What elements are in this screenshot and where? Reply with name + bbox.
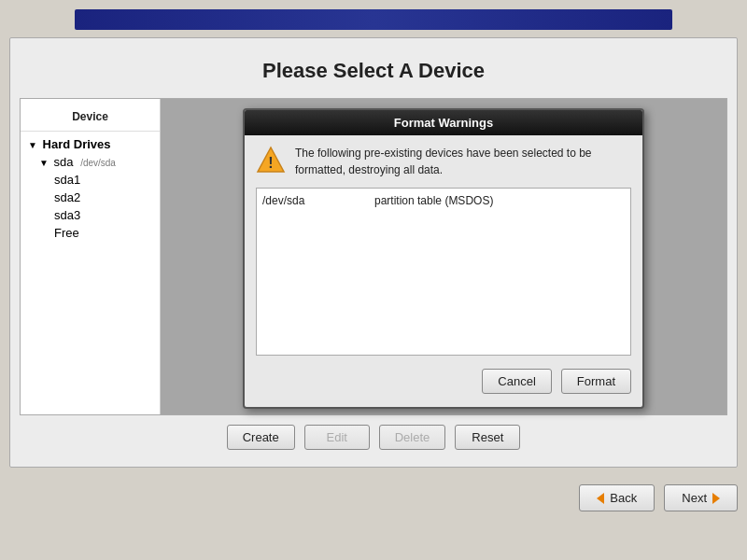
- back-label: Back: [610, 491, 637, 505]
- page-title: Please Select A Device: [20, 48, 727, 98]
- sidebar-item-sda1[interactable]: sda1: [21, 171, 160, 189]
- sda-label: sda: [54, 155, 74, 169]
- hard-drives-label: Hard Drives: [43, 137, 111, 151]
- content-area: Device ▼ Hard Drives ▼ sda /dev/sda sda1…: [20, 98, 727, 415]
- list-description: partition table (MSDOS): [374, 194, 625, 207]
- format-warnings-modal: Format Warnings ! The following pre-exis…: [243, 108, 644, 409]
- list-item: /dev/sda partition table (MSDOS): [262, 192, 625, 209]
- next-arrow-icon: [712, 493, 720, 504]
- next-label: Next: [682, 491, 707, 505]
- collapse-arrow-hard-drives: ▼: [28, 140, 37, 150]
- reset-button[interactable]: Reset: [455, 425, 520, 450]
- create-button[interactable]: Create: [227, 425, 295, 450]
- main-container: Please Select A Device Device ▼ Hard Dri…: [9, 37, 738, 468]
- warning-icon: !: [256, 145, 286, 175]
- sidebar-item-sda3[interactable]: sda3: [21, 206, 160, 224]
- top-bar: [75, 9, 672, 30]
- collapse-arrow-sda: ▼: [39, 158, 49, 168]
- sda1-label: sda1: [54, 173, 80, 187]
- sidebar-item-sda2[interactable]: sda2: [21, 189, 160, 206]
- sidebar-item-free[interactable]: Free: [21, 224, 160, 242]
- modal-list: /dev/sda partition table (MSDOS): [256, 188, 631, 356]
- next-button[interactable]: Next: [664, 484, 738, 511]
- modal-overlay: Format Warnings ! The following pre-exis…: [161, 99, 726, 414]
- sidebar-header: Device: [21, 106, 160, 132]
- sda2-label: sda2: [54, 190, 80, 204]
- back-arrow-icon: [597, 493, 604, 504]
- modal-body: ! The following pre-existing devices hav…: [245, 135, 642, 407]
- modal-buttons: Cancel Format: [256, 365, 631, 398]
- delete-button[interactable]: Delete: [379, 425, 446, 450]
- svg-text:!: !: [268, 155, 273, 171]
- format-button[interactable]: Format: [561, 369, 631, 394]
- main-panel: Format Warnings ! The following pre-exis…: [161, 99, 726, 414]
- list-device: /dev/sda: [262, 194, 356, 207]
- edit-button[interactable]: Edit: [304, 425, 370, 450]
- sidebar: Device ▼ Hard Drives ▼ sda /dev/sda sda1…: [21, 99, 161, 414]
- modal-warning-text: The following pre-existing devices have …: [295, 145, 631, 178]
- nav-bar: Back Next: [0, 475, 747, 521]
- back-button[interactable]: Back: [579, 484, 655, 511]
- sda-sublabel: /dev/sda: [80, 158, 116, 168]
- bottom-toolbar: Create Edit Delete Reset: [29, 415, 718, 457]
- modal-warning-row: ! The following pre-existing devices hav…: [256, 145, 631, 178]
- sidebar-item-hard-drives[interactable]: ▼ Hard Drives: [21, 135, 160, 153]
- free-label: Free: [54, 226, 79, 240]
- modal-title-bar: Format Warnings: [245, 110, 642, 135]
- cancel-button[interactable]: Cancel: [482, 369, 551, 394]
- sda3-label: sda3: [54, 208, 80, 222]
- sidebar-item-sda[interactable]: ▼ sda /dev/sda: [21, 153, 160, 171]
